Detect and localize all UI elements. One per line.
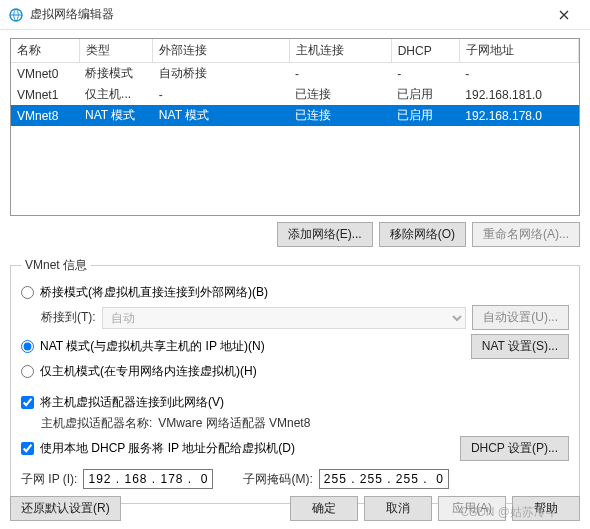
hostonly-radio-label[interactable]: 仅主机模式(在专用网络内连接虚拟机)(H) bbox=[21, 363, 257, 380]
table-cell: - bbox=[391, 63, 459, 85]
table-cell: 192.168.181.0 bbox=[459, 84, 578, 105]
bridged-radio[interactable] bbox=[21, 286, 34, 299]
app-icon bbox=[8, 7, 24, 23]
nat-radio-label[interactable]: NAT 模式(与虚拟机共享主机的 IP 地址)(N) bbox=[21, 338, 265, 355]
subnet-mask-input[interactable] bbox=[319, 469, 449, 489]
vmnet-info-group: VMnet 信息 桥接模式(将虚拟机直接连接到外部网络)(B) 桥接到(T): … bbox=[10, 257, 580, 504]
subnet-ip-label: 子网 IP (I): bbox=[21, 471, 77, 488]
cancel-button[interactable]: 取消 bbox=[364, 496, 432, 521]
table-cell: 仅主机... bbox=[79, 84, 153, 105]
table-cell: VMnet8 bbox=[11, 105, 79, 126]
table-cell: 桥接模式 bbox=[79, 63, 153, 85]
dhcp-checkbox[interactable] bbox=[21, 442, 34, 455]
table-cell: 已启用 bbox=[391, 105, 459, 126]
net-actions-row: 添加网络(E)... 移除网络(O) 重命名网络(A)... bbox=[10, 216, 580, 253]
subnet-ip-input[interactable] bbox=[83, 469, 213, 489]
hostonly-radio[interactable] bbox=[21, 365, 34, 378]
nat-settings-button[interactable]: NAT 设置(S)... bbox=[471, 334, 569, 359]
auto-settings-button[interactable]: 自动设置(U)... bbox=[472, 305, 569, 330]
close-icon bbox=[559, 10, 569, 20]
restore-defaults-button[interactable]: 还原默认设置(R) bbox=[10, 496, 121, 521]
table-cell: 192.168.178.0 bbox=[459, 105, 578, 126]
bridged-to-label: 桥接到(T): bbox=[41, 309, 96, 326]
adapter-name-value: VMware 网络适配器 VMnet8 bbox=[158, 415, 310, 432]
subnet-mask-label: 子网掩码(M): bbox=[243, 471, 312, 488]
col-header[interactable]: DHCP bbox=[391, 39, 459, 63]
table-cell: 已启用 bbox=[391, 84, 459, 105]
vmnet-info-legend: VMnet 信息 bbox=[21, 257, 91, 274]
dhcp-settings-button[interactable]: DHCP 设置(P)... bbox=[460, 436, 569, 461]
table-cell: NAT 模式 bbox=[79, 105, 153, 126]
table-row[interactable]: VMnet8NAT 模式NAT 模式已连接已启用192.168.178.0 bbox=[11, 105, 579, 126]
col-header[interactable]: 类型 bbox=[79, 39, 153, 63]
add-network-button[interactable]: 添加网络(E)... bbox=[277, 222, 373, 247]
nat-radio[interactable] bbox=[21, 340, 34, 353]
connect-host-checkbox-label[interactable]: 将主机虚拟适配器连接到此网络(V) bbox=[21, 394, 224, 411]
col-header[interactable]: 主机连接 bbox=[289, 39, 391, 63]
remove-network-button[interactable]: 移除网络(O) bbox=[379, 222, 466, 247]
window-title: 虚拟网络编辑器 bbox=[30, 6, 546, 23]
close-button[interactable] bbox=[546, 1, 582, 29]
table-cell: - bbox=[153, 84, 289, 105]
table-row[interactable]: VMnet0桥接模式自动桥接--- bbox=[11, 63, 579, 85]
watermark: CSDN @姑苏冷半 bbox=[460, 504, 558, 521]
col-header[interactable]: 名称 bbox=[11, 39, 79, 63]
table-cell: 已连接 bbox=[289, 84, 391, 105]
table-cell: NAT 模式 bbox=[153, 105, 289, 126]
table-cell: 已连接 bbox=[289, 105, 391, 126]
ok-button[interactable]: 确定 bbox=[290, 496, 358, 521]
col-header[interactable]: 外部连接 bbox=[153, 39, 289, 63]
network-table[interactable]: 名称类型外部连接主机连接DHCP子网地址 VMnet0桥接模式自动桥接---VM… bbox=[10, 38, 580, 216]
connect-host-checkbox[interactable] bbox=[21, 396, 34, 409]
bridged-radio-label[interactable]: 桥接模式(将虚拟机直接连接到外部网络)(B) bbox=[21, 284, 268, 301]
table-cell: - bbox=[459, 63, 578, 85]
table-row[interactable]: VMnet1仅主机...-已连接已启用192.168.181.0 bbox=[11, 84, 579, 105]
table-cell: - bbox=[289, 63, 391, 85]
rename-network-button[interactable]: 重命名网络(A)... bbox=[472, 222, 580, 247]
table-cell: VMnet1 bbox=[11, 84, 79, 105]
adapter-name-label: 主机虚拟适配器名称: bbox=[41, 415, 152, 432]
table-cell: 自动桥接 bbox=[153, 63, 289, 85]
dhcp-checkbox-label[interactable]: 使用本地 DHCP 服务将 IP 地址分配给虚拟机(D) bbox=[21, 440, 295, 457]
table-cell: VMnet0 bbox=[11, 63, 79, 85]
bridged-to-select[interactable]: 自动 bbox=[102, 307, 467, 329]
col-header[interactable]: 子网地址 bbox=[459, 39, 578, 63]
title-bar: 虚拟网络编辑器 bbox=[0, 0, 590, 30]
